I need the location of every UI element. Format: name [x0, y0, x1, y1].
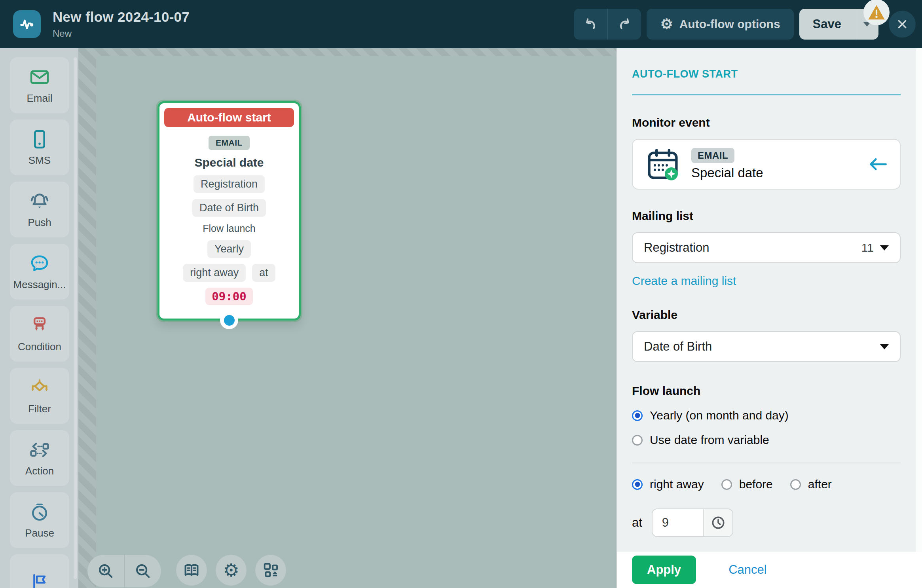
node-channel-badge: EMAIL — [209, 136, 250, 150]
auto-flow-start-node[interactable]: Auto-flow start EMAIL Special date Regis… — [157, 101, 301, 321]
variable-label: Variable — [632, 308, 901, 322]
sidebar-item-messagin[interactable]: Messagin... — [10, 244, 69, 300]
monitor-event-card[interactable]: EMAIL Special date — [632, 139, 901, 190]
zoom-out-button[interactable] — [124, 555, 161, 587]
auto-flow-options-button[interactable]: ⚙ Auto-flow options — [647, 9, 793, 40]
sidebar-item-push[interactable]: Push — [10, 182, 69, 237]
sidebar-item-email[interactable]: Email — [10, 57, 69, 113]
panel-title: AUTO-FLOW START — [632, 68, 901, 80]
node-settings-panel: AUTO-FLOW START Monitor event EMAIL — [617, 48, 922, 588]
create-mailing-list-link[interactable]: Create a mailing list — [632, 274, 736, 288]
node-palette-list: EmailSMSPushMessagin...ConditionFilterAc… — [0, 48, 78, 588]
save-label: Save — [813, 17, 841, 31]
email-icon — [28, 66, 51, 88]
title-divider — [632, 94, 901, 95]
node-header: Auto-flow start — [164, 108, 294, 127]
chevron-down-icon — [880, 245, 889, 250]
push-icon — [28, 190, 51, 212]
flow-launch-label: Flow launch — [632, 384, 901, 398]
variable-value: Date of Birth — [644, 340, 712, 354]
book-icon — [182, 561, 201, 579]
node-variable-tag: Date of Birth — [192, 199, 266, 217]
filter-icon — [28, 377, 51, 399]
undo-button[interactable] — [574, 9, 607, 40]
time-input-group — [652, 508, 733, 537]
at-label: at — [632, 516, 642, 530]
radio-right-away[interactable]: right away — [632, 478, 704, 491]
sidebar-item-label: Email — [27, 92, 52, 104]
radio-after-label: after — [808, 478, 832, 491]
chevron-down-icon — [880, 344, 889, 349]
save-button[interactable]: Save — [799, 9, 855, 40]
sidebar-scrollbar[interactable] — [74, 57, 77, 579]
flow-builder-app: New flow 2024-10-07 New ⚙ Auto-flow opti… — [0, 0, 922, 588]
mailing-list-select[interactable]: Registration 11 — [632, 232, 901, 263]
page-subtitle: New — [53, 28, 190, 39]
sidebar-item-label: Action — [25, 465, 54, 477]
connector-dot — [224, 315, 235, 326]
history-group — [574, 9, 641, 40]
redo-icon — [616, 16, 633, 32]
mailing-list-count: 11 — [861, 241, 874, 254]
sidebar-item-pause[interactable]: Pause — [10, 492, 69, 548]
time-input[interactable] — [653, 509, 703, 536]
gear-icon: ⚙ — [660, 16, 673, 32]
radio-use-date-from-variable[interactable]: Use date from variable — [632, 433, 901, 447]
panel-scrollbar[interactable] — [916, 48, 922, 552]
sidebar-item-flag[interactable] — [10, 554, 69, 588]
close-button[interactable] — [889, 11, 916, 38]
sidebar-item-label: Messagin... — [13, 279, 66, 291]
sidebar-item-label: Pause — [25, 527, 54, 539]
sidebar-item-sms[interactable]: SMS — [10, 119, 69, 175]
change-event-button[interactable] — [867, 157, 888, 172]
minimap-icon — [262, 561, 280, 579]
radio-icon — [632, 479, 643, 490]
warning-badge — [863, 0, 890, 25]
variable-select[interactable]: Date of Birth — [632, 331, 901, 362]
close-icon — [895, 17, 909, 31]
radio-use-date-label: Use date from variable — [650, 433, 769, 447]
event-channel-badge: EMAIL — [691, 148, 734, 163]
flow-canvas[interactable]: Auto-flow start EMAIL Special date Regis… — [78, 48, 617, 588]
radio-after[interactable]: after — [790, 478, 832, 491]
node-flow-launch-label: Flow launch — [203, 223, 255, 234]
condition-icon — [28, 315, 51, 337]
pause-icon — [28, 501, 51, 523]
sidebar-item-filter[interactable]: Filter — [10, 368, 69, 424]
node-time-tag: 09:00 — [205, 288, 252, 305]
radio-yearly-label: Yearly (on month and day) — [650, 409, 789, 422]
zoom-in-button[interactable] — [87, 555, 124, 587]
radio-icon — [632, 410, 643, 421]
node-output-connector[interactable] — [220, 311, 238, 329]
guide-button[interactable] — [176, 555, 207, 586]
canvas-settings-button[interactable]: ⚙ — [216, 555, 247, 586]
redo-button[interactable] — [607, 9, 641, 40]
minimap-button[interactable] — [255, 555, 286, 586]
flag-icon — [28, 571, 51, 588]
sidebar-item-condition[interactable]: Condition — [10, 306, 69, 362]
warning-triangle-icon — [867, 4, 886, 21]
mailing-list-label: Mailing list — [632, 209, 901, 223]
node-at-tag: at — [252, 264, 275, 282]
sidebar-item-label: Filter — [28, 403, 51, 415]
auto-flow-options-label: Auto-flow options — [679, 17, 780, 31]
mailing-list-value: Registration — [644, 241, 709, 255]
sidebar-item-label: Push — [28, 216, 51, 229]
node-timing-tag: right away — [183, 264, 246, 282]
undo-icon — [582, 16, 599, 32]
zoom-controls — [87, 555, 161, 587]
apply-button[interactable]: Apply — [632, 556, 696, 584]
page-title: New flow 2024-10-07 — [53, 9, 190, 25]
section-divider — [632, 463, 901, 463]
messaging-icon — [28, 252, 51, 275]
zoom-out-icon — [134, 562, 152, 580]
app-header: New flow 2024-10-07 New ⚙ Auto-flow opti… — [0, 0, 922, 48]
timing-radio-group: right away before after — [632, 478, 901, 491]
time-picker-button[interactable] — [703, 509, 732, 536]
radio-yearly[interactable]: Yearly (on month and day) — [632, 409, 901, 422]
zoom-in-icon — [97, 562, 115, 580]
node-list-tag: Registration — [194, 175, 265, 193]
sidebar-item-action[interactable]: Action — [10, 430, 69, 486]
radio-before[interactable]: before — [721, 478, 773, 491]
cancel-button[interactable]: Cancel — [728, 563, 767, 577]
